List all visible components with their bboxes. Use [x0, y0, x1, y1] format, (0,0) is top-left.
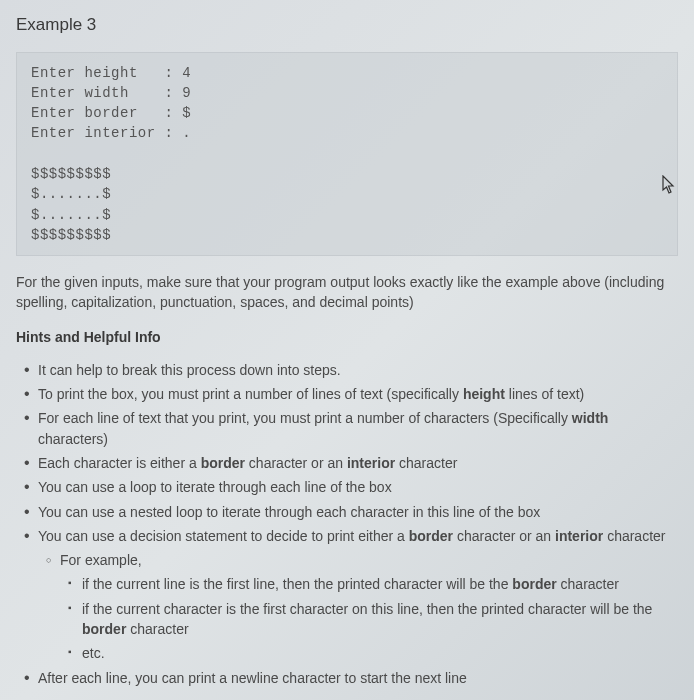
- hint-subsublist: if the current line is the first line, t…: [60, 574, 678, 663]
- hints-list: It can help to break this process down i…: [16, 360, 678, 688]
- hint-subsubitem: if the current character is the first ch…: [82, 599, 678, 640]
- hint-sublist: For example, if the current line is the …: [38, 550, 678, 663]
- example-title: Example 3: [16, 12, 678, 38]
- hint-item: You can use a loop to iterate through ea…: [38, 477, 678, 497]
- hint-item: You can use a nested loop to iterate thr…: [38, 502, 678, 522]
- hint-item: For each line of text that you print, yo…: [38, 408, 678, 449]
- instruction-text: For the given inputs, make sure that you…: [16, 272, 678, 313]
- code-example-block: Enter height : 4 Enter width : 9 Enter b…: [16, 52, 678, 257]
- hint-subsubitem: if the current line is the first line, t…: [82, 574, 678, 594]
- hint-item: To print the box, you must print a numbe…: [38, 384, 678, 404]
- hint-item: Each character is either a border charac…: [38, 453, 678, 473]
- hints-heading: Hints and Helpful Info: [16, 327, 678, 348]
- hint-subsubitem: etc.: [82, 643, 678, 663]
- hint-item: After each line, you can print a newline…: [38, 668, 678, 688]
- hint-item: You can use a decision statement to deci…: [38, 526, 678, 664]
- hint-item: It can help to break this process down i…: [38, 360, 678, 380]
- hint-subitem: For example, if the current line is the …: [60, 550, 678, 663]
